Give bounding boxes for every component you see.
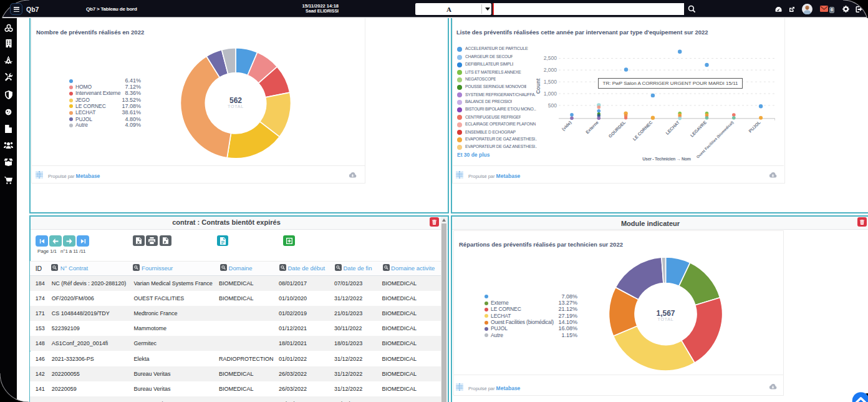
svg-text:1,500: 1,500 — [544, 79, 557, 85]
svg-text:2,000: 2,000 — [544, 67, 557, 73]
svg-text:LECHAT: LECHAT — [665, 120, 680, 135]
svg-text:PUJOL: PUJOL — [748, 120, 761, 134]
svg-text:User - Technicien → Nom: User - Technicien → Nom — [642, 157, 690, 161]
svg-text:GOURDEL: GOURDEL — [608, 120, 627, 139]
svg-text:2,500: 2,500 — [544, 55, 557, 61]
svg-text:500: 500 — [548, 102, 557, 109]
svg-text:1,000: 1,000 — [544, 91, 557, 97]
svg-text:Externe: Externe — [585, 120, 599, 134]
svg-text:LEGAVRE: LEGAVRE — [690, 120, 708, 138]
svg-text:(vide): (vide) — [561, 120, 573, 132]
svg-text:Count: Count — [536, 79, 541, 94]
svg-text:LE CORNEC: LE CORNEC — [632, 120, 653, 141]
